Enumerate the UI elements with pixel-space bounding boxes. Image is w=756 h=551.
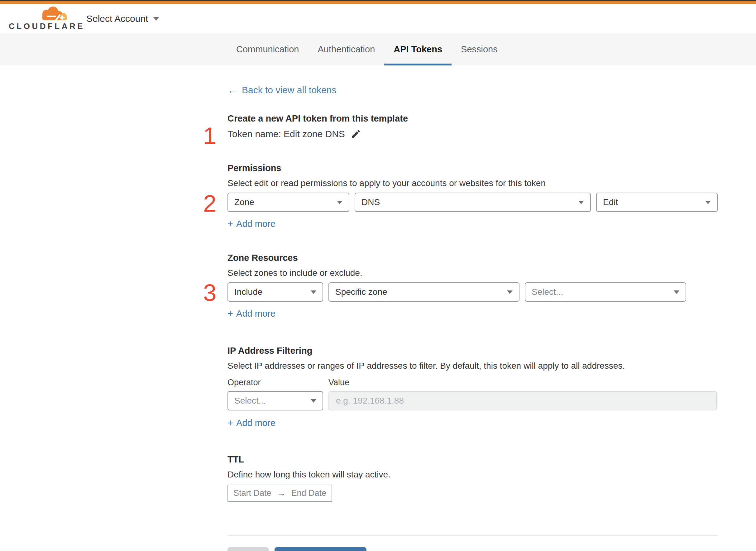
plus-icon: +: [227, 219, 233, 229]
step-number-3: 3: [203, 281, 216, 305]
create-token-heading: Create a new API token from this templat…: [227, 113, 718, 124]
permission-resource-value: DNS: [361, 197, 380, 207]
token-name-text: Token name: Edit zone DNS: [227, 129, 345, 139]
add-more-label: Add more: [236, 309, 275, 319]
step-number-1: 1: [203, 124, 216, 148]
tab-authentication[interactable]: Authentication: [308, 33, 384, 65]
cloudflare-logo: CLOUDFLARE: [9, 7, 69, 31]
tab-api-tokens[interactable]: API Tokens: [384, 33, 452, 65]
arrow-right-icon: →: [277, 488, 285, 498]
permission-resource-select[interactable]: DNS: [354, 192, 591, 212]
zone-picker-select[interactable]: Select...: [525, 283, 686, 302]
caret-down-icon: [337, 201, 342, 204]
cloudflare-logo-text: CLOUDFLARE: [9, 21, 69, 31]
permissions-add-more-link[interactable]: + Add more: [227, 219, 275, 229]
plus-icon: +: [227, 418, 233, 428]
profile-tab-bar: Communication Authentication API Tokens …: [0, 33, 756, 65]
app-header: CLOUDFLARE Select Account: [0, 4, 756, 33]
permissions-description: Select edit or read permissions to apply…: [227, 178, 718, 188]
ttl-date-range-picker[interactable]: Start Date → End Date: [227, 485, 332, 502]
ip-operator-placeholder: Select...: [234, 396, 266, 406]
zone-picker-placeholder: Select...: [532, 287, 563, 297]
add-more-label: Add more: [236, 219, 275, 229]
permission-access-select[interactable]: Edit: [596, 192, 718, 212]
permissions-section: 2 Permissions Select edit or read permis…: [227, 163, 718, 229]
end-date-label: End Date: [291, 488, 326, 498]
brand-top-bar: [0, 1, 756, 4]
zone-type-select[interactable]: Specific zone: [328, 283, 520, 302]
plus-icon: +: [227, 309, 233, 319]
permission-scope-value: Zone: [234, 197, 254, 207]
caret-down-icon: [674, 291, 679, 294]
ip-value-input: [328, 391, 717, 411]
zone-resources-section: 3 Zone Resources Select zones to include…: [227, 253, 718, 319]
main-content: ← Back to view all tokens 1 Create a new…: [227, 65, 718, 551]
caret-down-icon: [578, 201, 584, 204]
tab-sessions[interactable]: Sessions: [452, 33, 507, 65]
tab-communication[interactable]: Communication: [227, 33, 308, 65]
step-number-2: 2: [203, 192, 216, 215]
start-date-label: Start Date: [233, 488, 271, 498]
caret-down-icon: [705, 201, 711, 204]
zone-mode-select[interactable]: Include: [227, 283, 323, 302]
zone-resources-description: Select zones to include or exclude.: [227, 268, 718, 278]
caret-down-icon: [507, 291, 513, 294]
footer-actions: Cancel Continue to summary: [227, 547, 718, 551]
caret-down-icon: [311, 399, 316, 403]
zone-resources-add-more-link[interactable]: + Add more: [227, 309, 275, 319]
ttl-description: Define how long this token will stay act…: [227, 470, 718, 480]
ip-filtering-section: IP Address Filtering Select IP addresses…: [227, 346, 718, 428]
ip-filtering-heading: IP Address Filtering: [227, 346, 718, 356]
edit-pencil-icon[interactable]: [350, 129, 361, 139]
permission-access-value: Edit: [603, 197, 618, 207]
ip-operator-select[interactable]: Select...: [227, 391, 323, 411]
ttl-section: TTL Define how long this token will stay…: [227, 454, 718, 502]
ip-filtering-add-more-link[interactable]: + Add more: [227, 418, 275, 428]
token-name-section: 1 Create a new API token from this templ…: [227, 113, 718, 139]
footer-divider: [227, 535, 718, 536]
caret-down-icon: [311, 291, 316, 294]
account-selector[interactable]: Select Account: [86, 4, 159, 33]
permission-scope-select[interactable]: Zone: [227, 192, 349, 212]
ip-filtering-description: Select IP addresses or ranges of IP addr…: [227, 361, 718, 371]
cancel-button[interactable]: Cancel: [227, 547, 269, 551]
permissions-heading: Permissions: [227, 163, 718, 173]
back-link-label: Back to view all tokens: [242, 85, 336, 95]
zone-resources-heading: Zone Resources: [227, 253, 718, 263]
operator-label: Operator: [227, 378, 328, 387]
chevron-down-icon: [153, 17, 159, 21]
cloudflare-cloud-icon: [37, 7, 67, 21]
value-label: Value: [328, 378, 349, 387]
back-arrow-icon: ←: [227, 85, 237, 95]
back-to-tokens-link[interactable]: ← Back to view all tokens: [227, 85, 336, 95]
ttl-heading: TTL: [227, 454, 718, 465]
continue-to-summary-button[interactable]: Continue to summary: [274, 547, 366, 551]
zone-mode-value: Include: [234, 287, 262, 297]
zone-type-value: Specific zone: [335, 287, 388, 297]
account-selector-label: Select Account: [86, 13, 148, 24]
add-more-label: Add more: [236, 418, 275, 428]
